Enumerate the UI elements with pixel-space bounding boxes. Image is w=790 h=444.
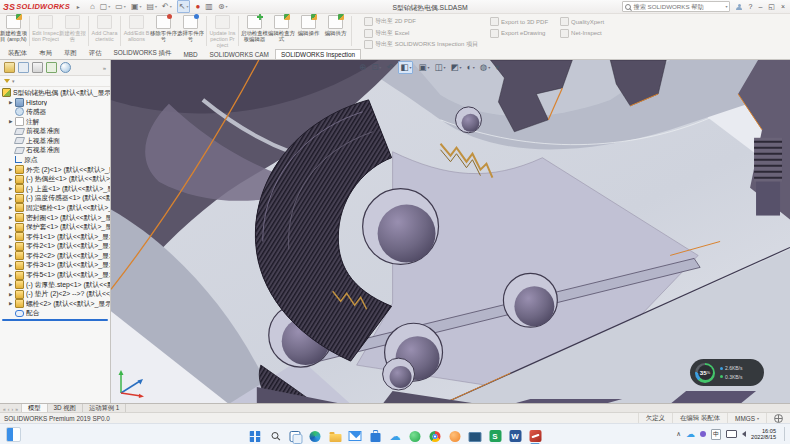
display-settings-icon[interactable]: ▥	[205, 1, 213, 12]
performance-overlay[interactable]: 35% 2.6KB/s 0.3KB/s	[690, 359, 764, 386]
tab-inspection[interactable]: SOLIDWORKS Inspection	[275, 49, 361, 59]
tree-item-component[interactable]: ▶螺栓<2> (默认<<默认>_显示状态	[0, 299, 110, 309]
tree-filter-bar[interactable]: ▾	[0, 76, 110, 87]
display-tray-icon[interactable]	[726, 430, 737, 438]
docs-app-button[interactable]: S	[489, 429, 502, 443]
tree-item-mates[interactable]: 配合	[0, 309, 110, 319]
graphics-area[interactable]: ⊕ ⊡▾ ↶ ◧▾ ▣▾ ◫▾ ◩▾ ◐▾ ◍▾ ▾ 35% 2.6KB/s 0…	[111, 60, 790, 404]
new-inspection-report-button[interactable]: 新建检查报告	[59, 13, 86, 49]
model-canvas[interactable]	[111, 60, 790, 404]
tree-item-component[interactable]: ▶固定螺栓<1> (默认<<默认>_显示	[0, 203, 110, 213]
tab-layout[interactable]: 布局	[33, 47, 58, 59]
select-balloons-button[interactable]: 选择零件序号	[177, 13, 204, 49]
tree-item-component[interactable]: ▶(-) 垫片 (2)<2> -->? (默认<<默认>	[0, 289, 110, 299]
tree-item-front-plane[interactable]: 前视基准面	[0, 126, 110, 136]
tab-cam[interactable]: SOLIDWORKS CAM	[204, 49, 275, 59]
store-button[interactable]	[369, 429, 382, 443]
apply-scene-icon[interactable]: ◍▾	[480, 62, 490, 73]
options-icon[interactable]: ⊛▾	[218, 1, 228, 12]
tree-item-component[interactable]: ▶(-) 齿厚垫.step<1> (默认<<默认>	[0, 280, 110, 290]
tree-item-component[interactable]: ▶零件3<1> (默认<<默认>_显示状	[0, 261, 110, 271]
undo-icon[interactable]: ↶▾	[162, 1, 172, 12]
scroll-first-icon[interactable]: «	[3, 406, 6, 412]
edge-button[interactable]	[309, 429, 322, 443]
edit-suppliers-button[interactable]: 编辑供方	[322, 13, 349, 49]
tree-item-component[interactable]: ▶零件5<1> (默认<<默认>_显示状	[0, 270, 110, 280]
tree-item-sensors[interactable]: 传感器	[0, 107, 110, 117]
file-explorer-button[interactable]	[329, 429, 342, 443]
search-dropdown-icon[interactable]: ▾	[725, 4, 727, 9]
edit-operations-button[interactable]: 编辑操作	[295, 13, 322, 49]
previous-view-icon[interactable]: ↶	[386, 62, 393, 73]
tree-item-component[interactable]: ▶(-) 温度传感器<1> (默认<<默认>_	[0, 194, 110, 204]
tree-item-component[interactable]: ▶密封圈<1> (默认<<默认>_显示状	[0, 213, 110, 223]
help-search-box[interactable]: ▾	[622, 1, 730, 12]
home-icon[interactable]: ⌂	[90, 1, 95, 12]
display-app-button[interactable]	[469, 429, 482, 443]
section-view-icon[interactable]: ◧▾	[398, 61, 413, 74]
tree-item-annotations[interactable]: ▶注解	[0, 117, 110, 127]
help-icon[interactable]: ?	[748, 2, 752, 12]
export-edrawing-item[interactable]: Export eDrawing	[490, 29, 548, 38]
print-icon[interactable]: ▤▾	[146, 1, 157, 12]
search-input[interactable]	[633, 3, 723, 10]
orange-app-button[interactable]	[449, 429, 462, 443]
show-desktop-button[interactable]	[784, 427, 785, 441]
tab-assembly[interactable]: 装配体	[2, 47, 33, 59]
tree-item-component[interactable]: ▶零件2<2> (默认<<默认>_显示状	[0, 251, 110, 261]
green-app-button[interactable]	[409, 429, 422, 443]
rollback-bar[interactable]	[2, 319, 108, 321]
tree-item-history[interactable]: ▶History	[0, 98, 110, 108]
tree-root[interactable]: S型铂铑热电偶 (默认<默认_显示状态-1>	[0, 88, 110, 98]
restore-icon[interactable]: ◱	[768, 2, 775, 12]
scroll-prev-icon[interactable]: ‹	[8, 406, 10, 412]
sign-in-icon[interactable]	[736, 4, 742, 10]
configuration-manager-icon[interactable]	[32, 62, 43, 73]
menu-flyout-arrow-icon[interactable]: ▸	[77, 3, 80, 10]
new-document-icon[interactable]: ▢▾	[100, 1, 111, 12]
tree-item-right-plane[interactable]: 右视基准面	[0, 146, 110, 156]
security-icon[interactable]	[700, 431, 706, 437]
hide-show-items-icon[interactable]: ◩▾	[451, 62, 462, 73]
edit-inspection-project-button[interactable]: Edit Inspection Project	[32, 13, 59, 49]
tree-item-component[interactable]: ▶零件1<1> (默认<<默认>_显示状	[0, 232, 110, 242]
tree-item-component[interactable]: ▶(-) 上盖<1> (默认<<默认>_显示状	[0, 184, 110, 194]
zoom-to-area-icon[interactable]: ⊡▾	[371, 62, 381, 73]
remove-balloons-button[interactable]: 移除零件序号	[150, 13, 177, 49]
dimxpert-manager-icon[interactable]	[46, 62, 57, 73]
zoom-to-fit-icon[interactable]: ⊕	[359, 62, 366, 73]
property-manager-icon[interactable]	[18, 62, 29, 73]
save-icon[interactable]: ▣▾	[131, 1, 142, 12]
solidworks-taskbar-button[interactable]	[529, 429, 542, 443]
open-icon[interactable]: ▭▾	[115, 1, 126, 12]
view-settings-icon[interactable]: ▾	[495, 62, 499, 73]
export-inspection-project-item[interactable]: 导出至 SOLIDWORKS Inspection 项目	[364, 40, 478, 49]
add-edit-balloons-button[interactable]: Add/Edit Balloons	[123, 13, 150, 49]
qualityxpert-item[interactable]: QualityXpert	[560, 17, 604, 26]
tree-item-component[interactable]: ▶(-) 热偶丝<1> (默认<<默认>_显示	[0, 174, 110, 184]
close-icon[interactable]: ×	[781, 2, 785, 12]
clock[interactable]: 16:05 2022/8/15	[751, 428, 776, 441]
filter-caret-icon[interactable]: ▾	[12, 78, 15, 84]
minimize-icon[interactable]: –	[758, 2, 762, 12]
export-2d-pdf-item[interactable]: 导出至 2D PDF	[364, 17, 478, 26]
tab-mbd[interactable]: MBD	[177, 49, 203, 59]
display-manager-icon[interactable]	[60, 62, 71, 73]
update-inspection-project-button[interactable]: Update Inspection Project	[209, 13, 236, 49]
volume-icon[interactable]	[742, 431, 746, 437]
scroll-next-icon[interactable]: ›	[11, 406, 13, 412]
scroll-last-icon[interactable]: »	[15, 406, 18, 412]
mail-button[interactable]	[349, 429, 362, 443]
export-excel-item[interactable]: 导出至 Excel	[364, 29, 478, 38]
display-style-icon[interactable]: ◫▾	[434, 62, 445, 73]
cloud-app-button[interactable]: ☁	[389, 429, 402, 443]
new-inspection-project-button[interactable]: 新建检查项目 (amp;N)	[0, 13, 27, 49]
tree-item-component[interactable]: ▶零件2<1> (默认<<默认>_显示状	[0, 242, 110, 252]
add-characteristic-button[interactable]: Add Characteristic	[91, 13, 118, 49]
template-editor-button[interactable]: 启动检查模板编辑器	[241, 13, 268, 49]
onedrive-icon[interactable]: ☁	[686, 430, 695, 438]
view-orientation-icon[interactable]: ▣▾	[418, 62, 429, 73]
tree-item-component[interactable]: ▶外壳 (2)<1> (默认<<默认>_显示状	[0, 165, 110, 175]
tray-overflow-icon[interactable]: ∧	[676, 430, 681, 438]
feature-manager-icon[interactable]	[4, 62, 15, 73]
